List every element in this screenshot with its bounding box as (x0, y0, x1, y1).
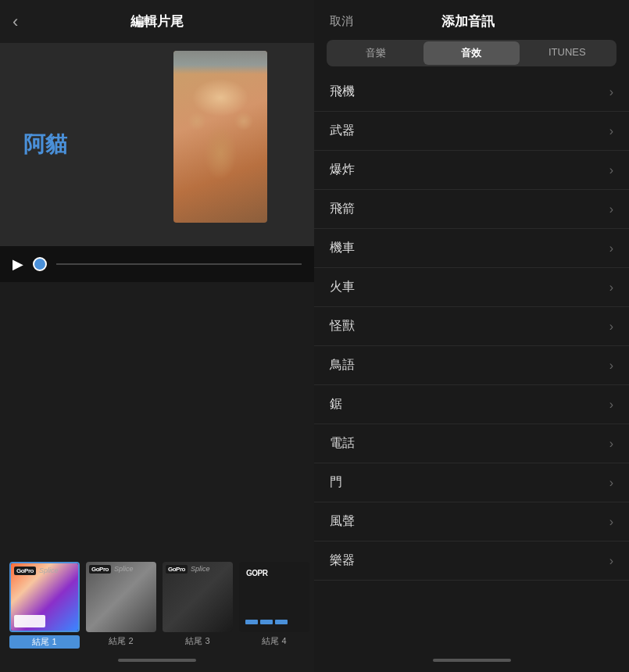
menu-item-label-door: 門 (330, 474, 342, 491)
chevron-icon-monster: › (609, 320, 613, 334)
menu-item-label-wind: 風聲 (330, 513, 355, 530)
menu-item-explosion[interactable]: 爆炸 › (314, 151, 629, 190)
home-bar-left (118, 659, 196, 662)
thumbnail-item-2[interactable]: GoPro Splice 結尾 2 (86, 562, 156, 649)
menu-item-label-weapon: 武器 (330, 123, 355, 139)
menu-item-instrument[interactable]: 樂器 › (314, 542, 629, 581)
menu-item-label-motorcycle: 機車 (330, 240, 355, 256)
thumbnail-image-1: GoPro Splice (9, 562, 80, 632)
menu-item-arrow[interactable]: 飛箭 › (314, 190, 629, 229)
scrubber-dot[interactable] (33, 257, 47, 271)
back-button[interactable]: ‹ (13, 12, 18, 32)
gopro-logo-2: GoPro (89, 565, 111, 574)
gopro-bars (245, 620, 288, 624)
menu-item-weapon[interactable]: 武器 › (314, 112, 629, 151)
menu-item-label-monster: 怪獸 (330, 318, 355, 334)
menu-item-airplane[interactable]: 飛機 › (314, 73, 629, 112)
thumbnail-image-2: GoPro Splice (86, 562, 156, 632)
thumbnail-label-3: 結尾 3 (185, 635, 209, 647)
tab-music[interactable]: 音樂 (328, 41, 424, 65)
play-button[interactable]: ▶ (13, 256, 23, 273)
right-title: 添加音訊 (441, 13, 495, 30)
gopro-logo-1: GoPro (14, 567, 36, 575)
menu-item-label-airplane: 飛機 (330, 84, 355, 100)
thumbnail-item-1[interactable]: GoPro Splice 結尾 1 (9, 562, 80, 649)
thumbnail-image-3: GoPro Splice (163, 562, 233, 632)
thumbnail-image-4: GOPR (239, 562, 309, 632)
splice-text-2: Splice (114, 565, 134, 573)
thumbnail-label-2: 結尾 2 (109, 635, 133, 647)
chevron-icon-instrument: › (609, 554, 613, 568)
menu-item-wind[interactable]: 風聲 › (314, 502, 629, 542)
chevron-icon-saw: › (609, 398, 613, 412)
home-bar-right (433, 659, 511, 662)
right-panel: 取消 添加音訊 音樂 音效 ITUNES 飛機 › 武器 › 爆炸 › 飛箭 ›… (314, 0, 629, 672)
playback-bar: ▶ (0, 246, 314, 282)
gopro-logo-3: GoPro (166, 565, 188, 574)
chevron-icon-airplane: › (609, 85, 613, 99)
menu-item-door[interactable]: 門 › (314, 463, 629, 502)
left-title: 編輯片尾 (130, 13, 184, 30)
thumbnail-label-1: 結尾 1 (9, 635, 80, 649)
left-header: ‹ 編輯片尾 (0, 0, 314, 43)
menu-item-label-explosion: 爆炸 (330, 162, 355, 178)
video-preview: 阿貓 (0, 43, 314, 246)
tabs-bar: 音樂 音效 ITUNES (327, 40, 616, 66)
splice-text-1: Splice (39, 567, 59, 574)
chevron-icon-motorcycle: › (609, 241, 613, 256)
menu-item-monster[interactable]: 怪獸 › (314, 307, 629, 346)
menu-item-saw[interactable]: 鋸 › (314, 385, 629, 424)
thumbnail-label-4: 結尾 4 (262, 635, 286, 647)
menu-list: 飛機 › 武器 › 爆炸 › 飛箭 › 機車 › 火車 › 怪獸 › 鳥語 (314, 73, 629, 649)
menu-item-train[interactable]: 火車 › (314, 268, 629, 307)
gopro-logo-4: GOPR (244, 568, 270, 578)
chevron-icon-explosion: › (609, 163, 613, 177)
chevron-icon-wind: › (609, 515, 613, 529)
chevron-icon-weapon: › (609, 124, 613, 138)
home-indicator-left (0, 649, 314, 672)
left-panel: ‹ 編輯片尾 阿貓 ▶ GoPro Splice 結尾 1 (0, 0, 314, 672)
cat-thumbnail (173, 51, 267, 223)
menu-item-label-arrow: 飛箭 (330, 201, 355, 217)
menu-item-label-train: 火車 (330, 279, 355, 295)
overlay-text: 阿貓 (23, 130, 67, 159)
menu-item-phone[interactable]: 電話 › (314, 424, 629, 463)
tab-sfx[interactable]: 音效 (424, 41, 519, 65)
splice-text-3: Splice (191, 565, 210, 573)
menu-item-birdsong[interactable]: 鳥語 › (314, 346, 629, 385)
empty-area (0, 282, 314, 552)
chevron-icon-arrow: › (609, 202, 613, 216)
right-header: 取消 添加音訊 (314, 0, 629, 40)
menu-item-motorcycle[interactable]: 機車 › (314, 229, 629, 268)
chevron-icon-door: › (609, 476, 613, 490)
menu-item-label-saw: 鋸 (330, 396, 342, 413)
menu-item-label-instrument: 樂器 (330, 552, 355, 569)
menu-item-label-birdsong: 鳥語 (330, 357, 355, 374)
menu-item-label-phone: 電話 (330, 435, 355, 452)
tab-itunes[interactable]: ITUNES (520, 41, 615, 65)
chevron-icon-phone: › (609, 437, 613, 451)
cancel-button[interactable]: 取消 (330, 14, 353, 29)
thumbnails-area: GoPro Splice 結尾 1 GoPro Splice 結尾 2 GoPr… (0, 552, 314, 649)
scrubber-line (56, 263, 302, 265)
thumbnail-item-4[interactable]: GOPR 結尾 4 (239, 562, 309, 649)
chevron-icon-train: › (609, 281, 613, 295)
chevron-icon-birdsong: › (609, 359, 613, 373)
home-indicator-right (314, 649, 629, 672)
thumbnail-item-3[interactable]: GoPro Splice 結尾 3 (163, 562, 233, 649)
